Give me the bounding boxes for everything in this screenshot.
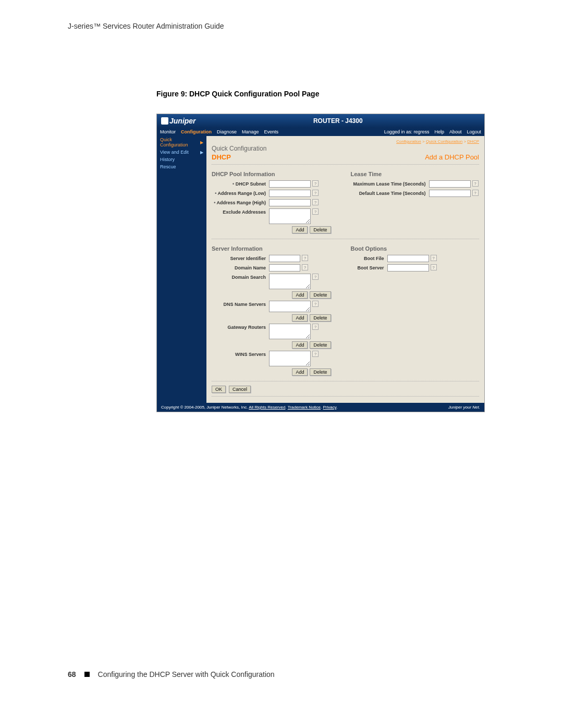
input-boot-server[interactable] [387, 264, 429, 272]
add-button[interactable]: Add [292, 291, 308, 299]
label-boot-file: Boot File [351, 255, 387, 261]
sidebar: Quick Configuration▶ View and Edit▶ Hist… [157, 136, 206, 403]
label-addr-high: Address Range (High) [212, 199, 269, 205]
router-hostname: ROUTER - J4300 [196, 117, 480, 125]
input-wins[interactable] [269, 351, 311, 366]
input-boot-file[interactable] [387, 255, 429, 262]
input-dhcp-subnet[interactable] [269, 180, 311, 188]
footer-brand: Juniper your Net. [448, 405, 480, 410]
help-icon[interactable]: ? [312, 351, 319, 357]
help-icon[interactable]: ? [312, 274, 319, 280]
label-wins: WINS Servers [212, 351, 269, 357]
input-gateway[interactable] [269, 324, 311, 339]
crumb-quickconfig[interactable]: Quick Configuration [426, 139, 462, 144]
nav-about[interactable]: About [449, 129, 462, 134]
nav-diagnose[interactable]: Diagnose [217, 129, 237, 134]
delete-button[interactable]: Delete [310, 291, 331, 299]
sidebar-view-edit[interactable]: View and Edit▶ [157, 149, 206, 156]
copyright: Copyright © 2004-2005, Juniper Networks,… [161, 405, 248, 410]
logged-in-label: Logged in as: regress [384, 129, 430, 134]
crumb-dhcp[interactable]: DHCP [467, 139, 479, 144]
nav-manage[interactable]: Manage [242, 129, 259, 134]
section-pool-info: DHCP Pool Information [212, 171, 340, 177]
logo-text: Juniper [169, 117, 196, 125]
input-server-id[interactable] [269, 255, 300, 262]
help-icon[interactable]: ? [312, 324, 319, 330]
footer-bar: Copyright © 2004-2005, Juniper Networks,… [157, 403, 484, 412]
page-number: 68 [68, 670, 76, 678]
help-icon[interactable]: ? [302, 255, 308, 261]
label-dns-servers: DNS Name Servers [212, 301, 269, 307]
label-server-id: Server Identifier [212, 255, 269, 261]
help-icon[interactable]: ? [431, 264, 437, 270]
link-rights[interactable]: All Rights Reserved [249, 405, 285, 410]
help-icon[interactable]: ? [312, 301, 319, 307]
input-exclude[interactable] [269, 208, 311, 224]
dhcp-heading: DHCP [212, 153, 231, 161]
link-privacy[interactable]: Privacy [323, 405, 337, 410]
add-dhcp-pool-heading: Add a DHCP Pool [425, 153, 479, 161]
breadcrumb: Configuration > Quick Configuration > DH… [212, 139, 479, 144]
input-def-lease[interactable] [429, 190, 471, 197]
input-domain-name[interactable] [269, 264, 300, 272]
chapter-title: Configuring the DHCP Server with Quick C… [98, 670, 275, 678]
delete-button[interactable]: Delete [310, 314, 331, 322]
section-boot-options: Boot Options [351, 245, 480, 252]
add-button[interactable]: Add [292, 314, 308, 322]
link-trademark[interactable]: Trademark Notice [288, 405, 321, 410]
input-max-lease[interactable] [429, 180, 471, 188]
page-title: Quick Configuration [212, 145, 479, 152]
help-icon[interactable]: ? [312, 180, 319, 187]
input-domain-search[interactable] [269, 274, 311, 289]
nav-logout[interactable]: Logout [467, 129, 481, 134]
label-domain-search: Domain Search [212, 274, 269, 280]
square-bullet-icon [84, 672, 90, 677]
router-ui-screenshot: Juniper ROUTER - J4300 Monitor Configura… [156, 114, 485, 412]
label-gateway: Gateway Routers [212, 324, 269, 330]
sidebar-quick-config[interactable]: Quick Configuration▶ [157, 136, 206, 149]
delete-button[interactable]: Delete [310, 226, 331, 233]
section-server-info: Server Information [212, 245, 340, 252]
nav-right: Logged in as: regress Help About Logout [384, 129, 481, 134]
arrow-icon: ▶ [200, 140, 203, 145]
cancel-button[interactable]: Cancel [229, 386, 251, 393]
add-button[interactable]: Add [292, 341, 308, 349]
label-domain-name: Domain Name [212, 264, 269, 270]
crumb-config[interactable]: Configuration [396, 139, 421, 144]
nav-help[interactable]: Help [434, 129, 444, 134]
doc-header: J-series™ Services Router Administration… [68, 22, 224, 30]
input-addr-low[interactable] [269, 190, 311, 197]
help-icon[interactable]: ? [312, 199, 319, 205]
delete-button[interactable]: Delete [310, 368, 331, 376]
nav-configuration[interactable]: Configuration [181, 129, 212, 134]
help-icon[interactable]: ? [312, 208, 319, 215]
section-lease-time: Lease Time [351, 171, 480, 177]
help-icon[interactable]: ? [312, 190, 319, 196]
label-def-lease: Default Lease Time (Seconds) [351, 190, 429, 196]
juniper-logo: Juniper [161, 117, 196, 125]
label-addr-low: Address Range (Low) [212, 190, 269, 196]
nav-bar: Monitor Configuration Diagnose Manage Ev… [157, 128, 484, 136]
nav-events[interactable]: Events [264, 129, 279, 134]
main-content-area: Quick Configuration▶ View and Edit▶ Hist… [157, 136, 484, 403]
input-dns-servers[interactable] [269, 301, 311, 312]
label-boot-server: Boot Server [351, 264, 387, 270]
help-icon[interactable]: ? [302, 264, 308, 270]
label-max-lease: Maximum Lease Time (Seconds) [351, 180, 429, 187]
help-icon[interactable]: ? [472, 190, 479, 196]
sidebar-rescue[interactable]: Rescue [157, 163, 206, 170]
nav-tabs: Monitor Configuration Diagnose Manage Ev… [160, 129, 278, 134]
label-dhcp-subnet: DHCP Subnet [212, 180, 269, 187]
arrow-icon: ▶ [200, 150, 203, 155]
page-footer: 68 Configuring the DHCP Server with Quic… [68, 670, 275, 678]
nav-monitor[interactable]: Monitor [160, 129, 176, 134]
input-addr-high[interactable] [269, 199, 311, 206]
add-button[interactable]: Add [292, 368, 308, 376]
ok-button[interactable]: OK [212, 386, 226, 393]
help-icon[interactable]: ? [431, 255, 437, 261]
delete-button[interactable]: Delete [310, 341, 331, 349]
add-button[interactable]: Add [292, 226, 308, 233]
help-icon[interactable]: ? [472, 180, 479, 187]
sidebar-history[interactable]: History [157, 156, 206, 163]
label-exclude: Exclude Addresses [212, 208, 269, 215]
